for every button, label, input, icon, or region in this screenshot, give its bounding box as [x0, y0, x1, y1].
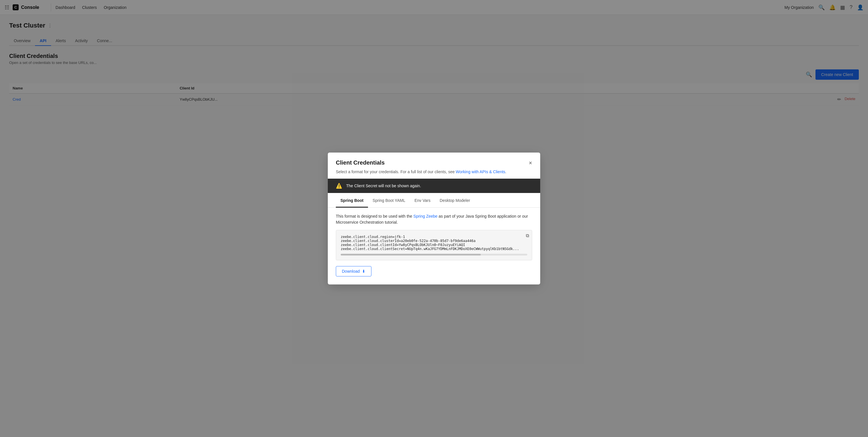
warning-banner: ⚠️ The Client Secret will not be shown a… — [328, 179, 540, 193]
format-desc-prefix: This format is designed to be used with … — [336, 214, 412, 218]
modal-body: This format is designed to be used with … — [328, 208, 540, 284]
modal-overlay[interactable]: Client Credentials × Select a format for… — [0, 0, 868, 437]
code-scrollbar[interactable] — [341, 254, 527, 256]
modal-subtitle: Select a format for your credentials. Fo… — [328, 169, 540, 179]
spring-zeebe-link[interactable]: Spring Zeebe — [413, 214, 437, 218]
modal-close-button[interactable]: × — [529, 160, 532, 166]
download-button[interactable]: Download ⬇ — [336, 266, 371, 276]
code-content: zeebe.client.cloud.region=jfk-1 zeebe.cl… — [341, 235, 527, 251]
modal-header: Client Credentials × — [328, 153, 540, 169]
modal-subtitle-text: Select a format for your credentials. Fo… — [336, 169, 455, 174]
code-block: ⧉ zeebe.client.cloud.region=jfk-1 zeebe.… — [336, 230, 532, 260]
client-credentials-modal: Client Credentials × Select a format for… — [328, 153, 540, 284]
format-tab-env-vars[interactable]: Env Vars — [410, 194, 435, 208]
warning-text: The Client Secret will not be shown agai… — [346, 183, 421, 188]
format-tab-spring-boot-yaml[interactable]: Spring Boot YAML — [368, 194, 410, 208]
warning-icon: ⚠️ — [336, 183, 342, 189]
modal-title: Client Credentials — [336, 160, 384, 166]
download-icon: ⬇ — [362, 269, 365, 274]
download-label: Download — [342, 269, 360, 274]
format-tabs: Spring Boot Spring Boot YAML Env Vars De… — [328, 194, 540, 208]
format-tab-desktop-modeler[interactable]: Desktop Modeler — [435, 194, 475, 208]
format-description: This format is designed to be used with … — [336, 213, 532, 225]
modal-subtitle-link[interactable]: Working with APIs & Clients — [456, 169, 505, 174]
code-scrollbar-thumb — [341, 254, 481, 256]
copy-button[interactable]: ⧉ — [526, 233, 529, 238]
format-tab-spring-boot[interactable]: Spring Boot — [336, 194, 368, 208]
